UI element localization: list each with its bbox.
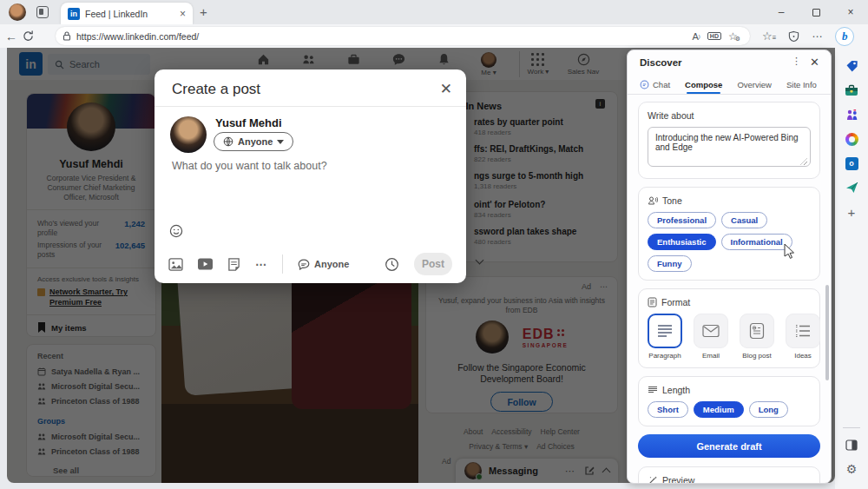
create-post-modal: Create a post ✕ Yusuf Mehdi Anyone What … — [155, 69, 466, 283]
add-document-icon[interactable] — [227, 258, 240, 271]
browser-tab[interactable]: in Feed | LinkedIn × — [61, 3, 193, 24]
add-sidebar-app-icon[interactable]: + — [840, 201, 863, 223]
refresh-button[interactable] — [23, 30, 45, 42]
maximize-button[interactable] — [799, 0, 833, 24]
format-label: Format — [661, 297, 690, 307]
preview-section: Preview Your AI generated content will b… — [638, 466, 820, 484]
paragraph-icon — [656, 323, 674, 339]
length-label: Length — [662, 385, 690, 395]
format-option-paragraph[interactable]: Paragraph — [648, 314, 682, 360]
generate-draft-button[interactable]: Generate draft — [638, 434, 820, 458]
browser-content: in Search — [0, 48, 868, 489]
write-about-input[interactable]: Introducing the new AI-Powered Bing and … — [648, 127, 811, 167]
panel-scrollbar[interactable] — [825, 285, 829, 380]
browser-titlebar: in Feed | LinkedIn × + – × — [0, 0, 868, 24]
copilot-icon[interactable]: b — [835, 27, 854, 46]
shopping-icon[interactable] — [840, 55, 863, 77]
post-author-name: Yusuf Mehdi — [215, 116, 282, 129]
games-icon[interactable] — [840, 103, 863, 126]
globe-icon — [223, 136, 233, 147]
preview-label: Preview — [662, 475, 694, 484]
window-close-button[interactable]: × — [833, 0, 868, 24]
format-option-ideas[interactable]: Ideas — [786, 314, 820, 360]
hd-media-icon[interactable]: HD — [707, 32, 721, 40]
length-icon — [648, 386, 658, 394]
address-bar[interactable]: https://www.linkedin.com/feed/ A) HD ☆⚙ — [56, 27, 750, 45]
discover-panel: Discover ⋮ ✕ Chat Compose Overview Site … — [627, 50, 832, 484]
ideas-icon — [794, 323, 812, 339]
length-option-long[interactable]: Long — [749, 401, 788, 418]
post-author-avatar — [170, 116, 207, 153]
tab-chat[interactable]: Chat — [640, 73, 670, 94]
tone-option-casual[interactable]: Casual — [721, 212, 767, 228]
new-tab-button[interactable]: + — [200, 4, 207, 19]
write-about-section: Write about Introducing the new AI-Power… — [638, 102, 820, 179]
drop-icon[interactable] — [840, 176, 863, 199]
tab-title: Feed | LinkedIn — [85, 9, 174, 19]
more-options-icon[interactable]: ⋯ — [255, 258, 267, 271]
tab-actions-icon[interactable] — [36, 6, 49, 18]
sidebar-settings-icon[interactable]: ⚙ — [840, 458, 863, 480]
tab-compose[interactable]: Compose — [685, 73, 722, 94]
comment-bubble-icon — [298, 259, 310, 270]
browser-essentials-icon[interactable] — [788, 30, 799, 43]
post-button[interactable]: Post — [414, 253, 452, 275]
mouse-cursor — [784, 243, 795, 259]
outlook-icon[interactable]: o — [840, 152, 863, 175]
browser-profile-avatar[interactable] — [9, 3, 26, 21]
format-option-blog-post[interactable]: Blog post — [740, 314, 774, 360]
post-visibility-dropdown[interactable]: Anyone — [214, 132, 293, 151]
tone-icon — [648, 195, 658, 206]
minimize-button[interactable]: – — [764, 0, 799, 24]
url-text: https://www.linkedin.com/feed/ — [76, 31, 685, 42]
format-option-email[interactable]: Email — [694, 314, 728, 360]
format-section: Format Paragraph Email Blo — [638, 288, 820, 368]
add-image-icon[interactable] — [168, 258, 183, 271]
emoji-icon[interactable] — [169, 224, 183, 238]
tone-option-enthusiastic[interactable]: Enthusiastic — [648, 234, 716, 250]
tone-section: Tone Professional Casual Enthusiastic In… — [638, 187, 820, 281]
write-about-label: Write about — [648, 110, 811, 121]
email-icon — [702, 324, 720, 338]
edge-sidebar-rail: o + ⚙ — [835, 48, 868, 489]
favorites-icon[interactable]: ☆≡ — [762, 30, 776, 43]
format-icon — [648, 297, 657, 307]
toolbox-icon[interactable] — [840, 79, 863, 102]
customize-sidebar-icon[interactable] — [840, 433, 863, 456]
preview-wand-icon — [648, 475, 658, 484]
settings-more-icon[interactable]: ⋯ — [812, 30, 823, 43]
add-video-icon[interactable] — [198, 258, 213, 270]
tone-option-funny[interactable]: Funny — [648, 255, 692, 272]
add-favorite-icon[interactable]: ☆⚙ — [728, 30, 743, 43]
tab-close-icon[interactable]: × — [180, 8, 186, 20]
linkedin-favicon: in — [68, 8, 80, 20]
tab-overview[interactable]: Overview — [737, 73, 772, 94]
read-aloud-icon[interactable]: A) — [692, 31, 700, 42]
schedule-clock-icon[interactable] — [385, 257, 399, 272]
browser-toolbar: ← https://www.linkedin.com/feed/ A) HD ☆… — [0, 24, 868, 48]
modal-title: Create a post — [172, 81, 260, 98]
post-editor-placeholder[interactable]: What do you want to talk about? — [172, 160, 327, 172]
tone-option-professional[interactable]: Professional — [648, 212, 716, 228]
chat-tab-icon — [640, 80, 649, 89]
browser-window: in Feed | LinkedIn × + – × ← https://www… — [0, 0, 868, 489]
length-section: Length Short Medium Long — [638, 376, 820, 426]
tab-site-info[interactable]: Site Info — [786, 73, 817, 94]
chevron-down-icon — [277, 140, 284, 144]
lock-icon — [62, 31, 71, 41]
comment-control-button[interactable]: Anyone — [298, 259, 349, 270]
panel-close-icon[interactable]: ✕ — [810, 56, 819, 69]
panel-menu-icon[interactable]: ⋮ — [792, 56, 801, 67]
tone-label: Tone — [662, 195, 682, 206]
microsoft-365-icon[interactable] — [840, 128, 863, 150]
length-option-short[interactable]: Short — [648, 401, 688, 418]
blog-post-icon — [749, 322, 765, 340]
discover-title: Discover — [640, 57, 682, 68]
modal-close-icon[interactable]: ✕ — [440, 80, 452, 98]
back-button[interactable]: ← — [0, 30, 23, 43]
tone-option-informational[interactable]: Informational — [721, 234, 792, 250]
length-option-medium[interactable]: Medium — [694, 401, 744, 418]
